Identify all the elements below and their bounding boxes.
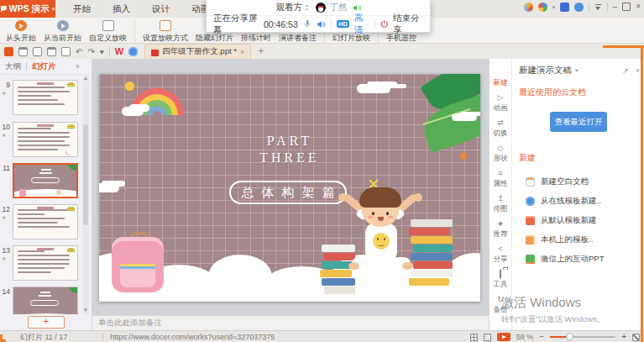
- theme-skin-icon[interactable]: [524, 3, 533, 12]
- wechat-interactive-ppt-item[interactable]: 微信上的互动PPT: [512, 250, 644, 269]
- normal-view-icon[interactable]: [470, 334, 478, 341]
- sorter-view-icon[interactable]: [484, 334, 491, 341]
- scroll-down-icon[interactable]: ▼: [83, 308, 88, 313]
- new-from-default-template-item[interactable]: 从默认模板新建: [512, 211, 644, 230]
- notes-placeholder: 单击此处添加备注: [98, 318, 162, 329]
- slide-thumbnail-14[interactable]: [13, 287, 78, 314]
- scrollbar-thumb[interactable]: [83, 124, 88, 225]
- save-icon[interactable]: [18, 47, 28, 56]
- new-tab-button[interactable]: +: [258, 45, 264, 57]
- help-circle-icon[interactable]: [574, 3, 584, 12]
- close-button[interactable]: ×: [636, 3, 641, 11]
- microphone-icon[interactable]: [303, 18, 312, 29]
- hd-quality-label[interactable]: 高清: [354, 13, 369, 36]
- collapse-ribbon-icon[interactable]: [594, 3, 602, 11]
- slide-thumbnail-9[interactable]: [13, 80, 78, 115]
- statusbar-controls: 58 % − +: [470, 333, 644, 341]
- pane-tab-share[interactable]: < 分享: [494, 245, 508, 265]
- play-slideshow-button[interactable]: [497, 333, 510, 341]
- rainbow-icon: [67, 82, 75, 87]
- pane-tab-properties[interactable]: ≡ 属性: [494, 170, 508, 189]
- slide-thumbnail-11-selected[interactable]: [13, 163, 78, 198]
- tab-insert[interactable]: 插入: [102, 0, 141, 18]
- chevron-down-icon[interactable]: ▾: [575, 67, 579, 74]
- pane-tab-tools[interactable]: 工具: [494, 271, 508, 290]
- close-tab-icon[interactable]: ×: [240, 48, 244, 56]
- task-pane: 新建 ▷ 动画 ⇄ 切换 ◇ 形状 ≡ 属性 ↥ 传图: [489, 59, 644, 330]
- properties-icon: ≡: [498, 170, 502, 178]
- fit-to-window-icon[interactable]: [632, 334, 640, 341]
- slide-canvas[interactable]: PART THREE 总体构架篇: [99, 74, 480, 302]
- from-current-button[interactable]: 从当前开始: [44, 20, 81, 44]
- slides-tab[interactable]: 幻灯片: [32, 61, 56, 72]
- notes-bar[interactable]: 单击此处添加备注: [92, 315, 489, 330]
- qat-dropdown-icon[interactable]: ▾: [100, 47, 104, 56]
- scroll-up-icon[interactable]: ▲: [83, 76, 88, 81]
- tab-design[interactable]: 设计: [141, 0, 181, 18]
- speaker-icon[interactable]: [317, 19, 326, 29]
- member-icon[interactable]: [538, 3, 547, 12]
- expand-pane-icon[interactable]: ↗: [622, 66, 629, 75]
- editing-canvas[interactable]: PART THREE 总体构架篇: [92, 59, 489, 315]
- zoom-slider-knob[interactable]: [566, 333, 573, 340]
- slide-thumbnail-10[interactable]: [13, 122, 78, 157]
- redo-icon[interactable]: ↷: [87, 47, 94, 56]
- tab-home[interactable]: 开始: [62, 0, 102, 18]
- rainbow-icon: [67, 248, 75, 252]
- document-tab[interactable]: 四年级下册作文.ppt * ×: [144, 44, 251, 60]
- zoom-out-button[interactable]: −: [539, 333, 544, 341]
- pane-tab-upload-image[interactable]: ↥ 传图: [494, 195, 508, 214]
- screen-share-overlay: 观看方： 丁然 正在分享屏幕 00:46:53 HD 高清 结束分享: [206, 0, 431, 33]
- pane-tab-animation[interactable]: ▷ 动画: [494, 94, 508, 113]
- print-preview-icon[interactable]: [47, 47, 56, 56]
- docer-url: https://www.docer.com/works?userid=32703…: [110, 333, 275, 341]
- add-slide-button[interactable]: +: [28, 316, 65, 329]
- minimize-button[interactable]: –: [613, 3, 618, 11]
- zoom-in-button[interactable]: +: [621, 333, 626, 341]
- pane-tab-shapes[interactable]: ◇ 形状: [494, 145, 508, 164]
- from-beginning-button[interactable]: 从头开始: [6, 20, 36, 44]
- custom-show-icon: [102, 20, 114, 31]
- local-templates-item[interactable]: 本机上的模板..: [512, 230, 644, 250]
- export-icon[interactable]: [61, 47, 71, 56]
- app-logo[interactable]: WPS 演示 ▾: [0, 0, 55, 18]
- close-panel-icon[interactable]: ×: [76, 62, 80, 71]
- thumbnail-scrollbar[interactable]: ▲ ▼: [82, 74, 89, 314]
- cloud-icon: [452, 113, 477, 121]
- sharing-status-text: 正在分享屏幕: [213, 13, 259, 36]
- recent-cloud-docs-label: 最近使用的云文档: [512, 76, 644, 98]
- end-share-button[interactable]: 结束分享: [393, 13, 423, 36]
- hd-badge: HD: [337, 20, 349, 29]
- wps-home-icon[interactable]: [4, 47, 13, 56]
- docer-icon[interactable]: W: [115, 46, 123, 56]
- smiley-badge: [373, 233, 390, 250]
- close-pane-icon[interactable]: ×: [636, 66, 640, 75]
- document-tab-title: 四年级下册作文.ppt *: [162, 46, 237, 57]
- view-recent-button[interactable]: 查看最近打开: [550, 112, 607, 132]
- zoom-slider[interactable]: [550, 336, 615, 338]
- pane-tab-backup[interactable]: ↻ 备份: [494, 296, 508, 315]
- viewers-label: 观看方：: [276, 2, 312, 13]
- play-from-current-icon: [57, 20, 69, 31]
- pane-tab-new[interactable]: 新建: [494, 69, 508, 88]
- default-template-icon: [526, 216, 535, 225]
- slide-thumbnail-12[interactable]: [13, 204, 78, 239]
- pane-tab-recommend[interactable]: ★ 推荐: [494, 220, 508, 239]
- part-three-textbox[interactable]: PART THREE: [231, 133, 348, 166]
- new-from-online-template-item[interactable]: 从在线模板新建..: [512, 192, 644, 211]
- account-square-icon[interactable]: [560, 3, 569, 12]
- restore-button[interactable]: [622, 3, 631, 11]
- boy-body: [365, 224, 397, 260]
- new-blank-doc-item[interactable]: 新建空白文档: [512, 172, 644, 192]
- thumbnail-list: 9 ★ 10 ★: [0, 74, 81, 314]
- slide-thumbnail-13[interactable]: [13, 245, 78, 281]
- backpack-illustration: [112, 237, 164, 294]
- custom-show-button[interactable]: 自定义放映: [89, 20, 127, 44]
- print-icon[interactable]: [33, 47, 42, 56]
- section-title-textbox[interactable]: 总体构架篇: [229, 181, 347, 204]
- outline-tab[interactable]: 大纲: [5, 61, 21, 72]
- pane-tab-transition[interactable]: ⇄ 切换: [494, 119, 508, 139]
- web-icon[interactable]: [128, 47, 138, 56]
- setup-show-button[interactable]: 设置放映方式: [143, 20, 188, 44]
- undo-icon[interactable]: ↶: [76, 47, 82, 56]
